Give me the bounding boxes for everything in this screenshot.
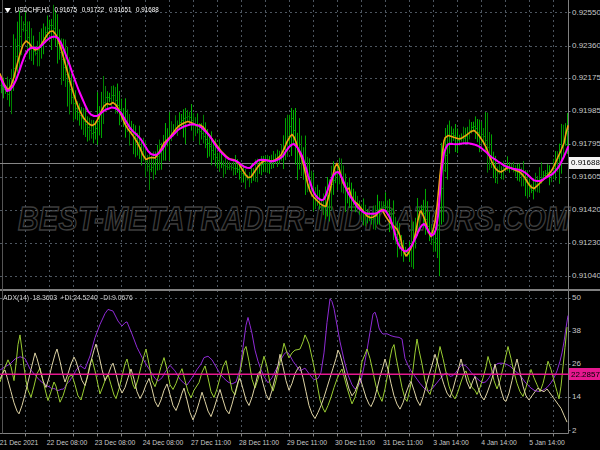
symbol-dropdown-button[interactable]: USDCHF,H1: [3, 5, 50, 14]
indicator-level-box: 22.2857: [569, 368, 600, 380]
indicator-info-bar: ADX(14) 18.3603 +DI:24.5240 -DI:9.0676: [3, 292, 133, 302]
mt4-chart-window: {"window":{"width":600,"height":450,"bac…: [0, 0, 600, 450]
indicator-minus-di-value: -DI:9.0676: [101, 293, 133, 302]
chart-info-bar: USDCHF,H1 0.91675 0.91722 0.91651 0.9168…: [3, 4, 159, 15]
indicator-plus-di-value: +DI:24.5240: [60, 293, 97, 302]
high-value: 0.91722: [82, 5, 105, 14]
chart-canvas[interactable]: [0, 0, 600, 450]
current-price-box: 0.91688: [569, 157, 600, 169]
down-triangle-icon: [5, 8, 11, 13]
symbol-period-label: USDCHF,H1: [15, 5, 50, 14]
open-value: 0.91675: [54, 5, 77, 14]
indicator-adx-value: 18.3603: [32, 293, 57, 302]
low-value: 0.91651: [109, 5, 132, 14]
indicator-name-label: ADX(14): [3, 293, 29, 302]
close-value: 0.91688: [136, 5, 159, 14]
